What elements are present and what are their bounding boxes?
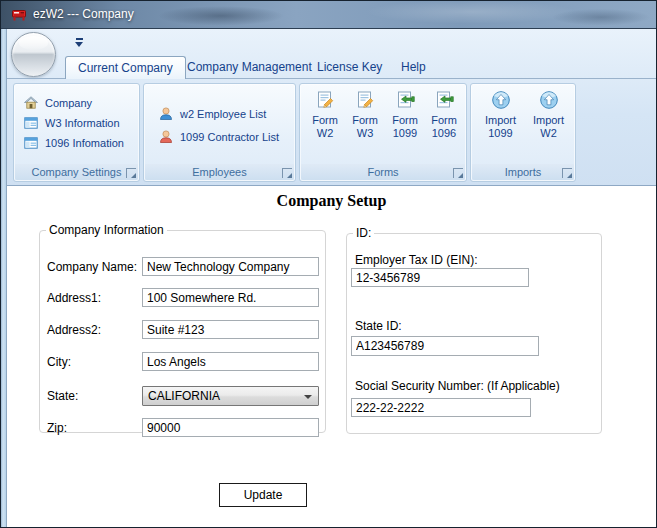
- ribbon-item-company[interactable]: Company: [14, 93, 139, 113]
- group-caption: Employees: [145, 164, 294, 180]
- id-groupbox: ID: Employer Tax ID (EIN): State ID: Soc…: [346, 226, 602, 434]
- group-caption: Forms: [301, 164, 465, 180]
- window-title: ezW2 --- Company: [33, 1, 134, 28]
- address1-label: Address1:: [47, 291, 101, 305]
- group-caption: Company Settings: [15, 164, 138, 180]
- ribbon-button-form-1099[interactable]: Form 1099: [384, 87, 426, 163]
- state-id-label: State ID:: [355, 319, 402, 333]
- page-title: Company Setup: [7, 192, 656, 210]
- qat-dropdown-icon[interactable]: [75, 38, 84, 48]
- city-label: City:: [47, 355, 71, 369]
- ribbon-item-label: Company: [45, 97, 92, 109]
- ribbon-button-label: 1099: [384, 127, 426, 140]
- ribbon-button-label: W2: [304, 127, 346, 140]
- address1-input[interactable]: [142, 288, 319, 307]
- form-import-icon: [395, 90, 415, 110]
- company-name-label: Company Name:: [47, 260, 137, 274]
- home-icon: [23, 95, 39, 111]
- group-forms: Form W2 Form W3: [299, 83, 467, 182]
- group-caption-label: Imports: [505, 166, 542, 178]
- import-up-icon: [491, 90, 511, 110]
- ribbon-button-label: Form: [384, 114, 426, 127]
- ribbon-item-label: 1099 Contractor List: [180, 131, 279, 143]
- state-label: State:: [47, 389, 78, 403]
- ribbon-button-form-w2[interactable]: Form W2: [304, 87, 346, 163]
- ribbon-button-label: Import: [478, 114, 523, 127]
- ribbon-button-label: W3: [344, 127, 386, 140]
- ribbon-item-label: 1096 Infomation: [45, 137, 124, 149]
- state-id-input[interactable]: [351, 336, 539, 356]
- group-caption-label: Company Settings: [32, 166, 122, 178]
- chevron-down-icon: [304, 395, 312, 399]
- ribbon-item-w3-information[interactable]: W3 Information: [14, 113, 139, 133]
- update-button[interactable]: Update: [219, 483, 307, 507]
- ein-input[interactable]: [351, 268, 529, 287]
- ribbon-item-label: W3 Information: [45, 117, 120, 129]
- ribbon-button-import-w2[interactable]: Import W2: [526, 87, 571, 163]
- address2-label: Address2:: [47, 323, 101, 337]
- group-caption-label: Employees: [192, 166, 246, 178]
- form-icon: [23, 115, 39, 131]
- ribbon: Current Company Company Management Licen…: [7, 29, 656, 186]
- dialog-launcher-icon[interactable]: [562, 168, 572, 178]
- form-edit-icon: [355, 90, 375, 110]
- id-legend: ID:: [353, 226, 374, 240]
- ribbon-button-form-1096[interactable]: Form 1096: [423, 87, 465, 163]
- form-icon: [23, 135, 39, 151]
- tab-current-company[interactable]: Current Company: [65, 56, 186, 79]
- contractor-icon: [158, 129, 174, 145]
- group-employees: w2 Employee List 1099 Contractor List Em…: [143, 83, 296, 182]
- dialog-launcher-icon[interactable]: [126, 168, 136, 178]
- group-imports: Import 1099 Import W2 Im: [470, 83, 576, 182]
- ribbon-button-form-w3[interactable]: Form W3: [344, 87, 386, 163]
- ribbon-body: Company W3 Information: [7, 79, 656, 186]
- form-import-icon: [434, 90, 454, 110]
- company-information-groupbox: Company Information Company Name: Addres…: [39, 223, 326, 433]
- ein-label: Employer Tax ID (EIN):: [355, 253, 477, 267]
- ribbon-item-1099-contractor-list[interactable]: 1099 Contractor List: [144, 125, 295, 148]
- company-name-input[interactable]: [142, 257, 319, 276]
- city-input[interactable]: [142, 352, 319, 371]
- ribbon-button-label: Form: [304, 114, 346, 127]
- ribbon-button-label: 1099: [478, 127, 523, 140]
- ribbon-button-label: Form: [344, 114, 386, 127]
- tab-license-key[interactable]: License Key: [305, 56, 394, 79]
- ribbon-button-import-1099[interactable]: Import 1099: [478, 87, 523, 163]
- ribbon-tab-bar: Current Company Company Management Licen…: [7, 53, 656, 79]
- app-logo-icon: [11, 7, 27, 23]
- tab-help[interactable]: Help: [389, 56, 438, 79]
- dialog-launcher-icon[interactable]: [453, 168, 463, 178]
- state-select[interactable]: CALIFORNIA: [142, 386, 319, 406]
- form-edit-icon: [315, 90, 335, 110]
- ssn-label: Social Security Number: (If Applicable): [355, 379, 560, 393]
- company-information-legend: Company Information: [46, 223, 167, 237]
- group-caption: Imports: [472, 164, 574, 180]
- ribbon-button-label: W2: [526, 127, 571, 140]
- main-content: Company Setup Company Information Compan…: [7, 186, 656, 527]
- ribbon-item-label: w2 Employee List: [180, 108, 266, 120]
- ssn-input[interactable]: [351, 398, 531, 417]
- zip-input[interactable]: [142, 418, 319, 437]
- ribbon-button-label: Form: [423, 114, 465, 127]
- address2-input[interactable]: [142, 320, 319, 339]
- tab-company-management[interactable]: Company Management: [175, 56, 324, 79]
- ribbon-button-label: 1096: [423, 127, 465, 140]
- group-company-settings: Company W3 Information: [13, 83, 140, 182]
- zip-label: Zip:: [47, 421, 67, 435]
- ribbon-button-label: Import: [526, 114, 571, 127]
- w2-employee-icon: [158, 106, 174, 122]
- app-window: ezW2 --- Company Current Company Company…: [0, 0, 657, 528]
- ribbon-item-1096-information[interactable]: 1096 Infomation: [14, 133, 139, 153]
- import-up-icon: [539, 90, 559, 110]
- ribbon-item-w2-employee-list[interactable]: w2 Employee List: [144, 102, 295, 125]
- state-selected-value: CALIFORNIA: [148, 389, 220, 403]
- title-bar: ezW2 --- Company: [1, 1, 656, 29]
- group-caption-label: Forms: [367, 166, 398, 178]
- dialog-launcher-icon[interactable]: [282, 168, 292, 178]
